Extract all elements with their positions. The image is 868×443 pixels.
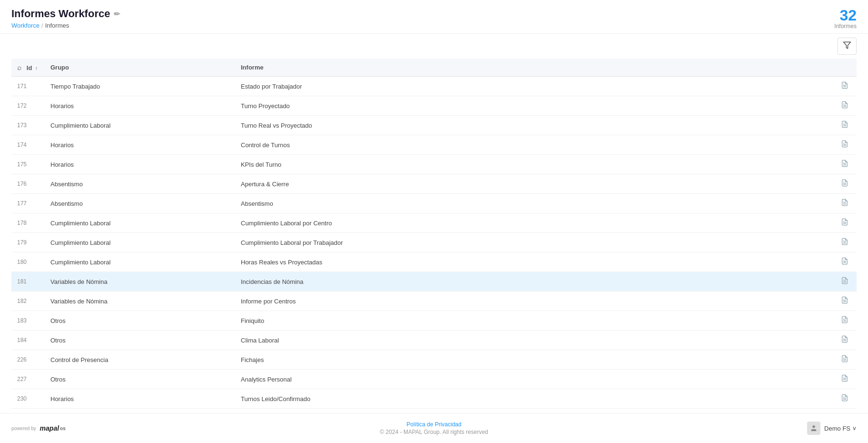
- cell-action[interactable]: [833, 252, 857, 272]
- table-row[interactable]: 175 Horarios KPIs del Turno: [11, 155, 857, 174]
- cell-action[interactable]: [833, 116, 857, 135]
- cell-id: 171: [11, 77, 45, 96]
- avatar: [807, 422, 820, 435]
- breadcrumb-parent-link[interactable]: Workforce: [11, 22, 39, 29]
- cell-id: 181: [11, 272, 45, 292]
- cell-action[interactable]: [833, 370, 857, 389]
- cell-informe: Clima Laboral: [235, 331, 833, 350]
- cell-action[interactable]: [833, 331, 857, 350]
- cell-action[interactable]: [833, 77, 857, 96]
- header-right: 32 Informes: [834, 8, 857, 30]
- cell-grupo: Otros: [45, 331, 235, 350]
- table-row[interactable]: 180 Cumplimiento Laboral Horas Reales vs…: [11, 252, 857, 272]
- cell-id: 174: [11, 135, 45, 155]
- table-row[interactable]: 172 Horarios Turno Proyectado: [11, 96, 857, 116]
- document-icon[interactable]: [841, 336, 848, 344]
- table-row[interactable]: 226 Control de Presencia Fichajes: [11, 350, 857, 370]
- privacy-link[interactable]: Política de Privacidad: [380, 421, 488, 428]
- document-icon[interactable]: [841, 375, 848, 383]
- table-row[interactable]: 179 Cumplimiento Laboral Cumplimiento La…: [11, 233, 857, 252]
- table-row[interactable]: 183 Otros Finiquito: [11, 311, 857, 331]
- document-icon[interactable]: [841, 219, 848, 227]
- table-row[interactable]: 184 Otros Clima Laboral: [11, 331, 857, 350]
- document-icon[interactable]: [841, 258, 848, 266]
- cell-action[interactable]: [833, 292, 857, 311]
- cell-action[interactable]: [833, 233, 857, 252]
- cell-informe: Apertura & Cierre: [235, 174, 833, 194]
- col-header-search: ⌕ Id ↑: [11, 59, 45, 77]
- cell-action[interactable]: [833, 194, 857, 213]
- document-icon[interactable]: [841, 102, 848, 110]
- cell-informe: Fichajes: [235, 350, 833, 370]
- table-container: ⌕ Id ↑ Grupo Informe 171 Tiempo Trabajad…: [0, 59, 868, 413]
- cell-id: 183: [11, 311, 45, 331]
- table-row[interactable]: 230 Horarios Turnos Leido/Confirmado: [11, 389, 857, 409]
- cell-informe: Cumplimiento Laboral por Centro: [235, 213, 833, 233]
- breadcrumb-separator: /: [41, 22, 43, 29]
- cell-informe: Control de Turnos: [235, 135, 833, 155]
- breadcrumb: Workforce / Informes: [11, 22, 120, 29]
- page-title: Informes Workforce ✏: [11, 8, 120, 20]
- cell-grupo: Cumplimiento Laboral: [45, 213, 235, 233]
- cell-action[interactable]: [833, 350, 857, 370]
- document-icon[interactable]: [841, 239, 848, 247]
- table-row[interactable]: 171 Tiempo Trabajado Estado por Trabajad…: [11, 77, 857, 96]
- cell-grupo: Variables de Nómina: [45, 272, 235, 292]
- document-icon[interactable]: [841, 121, 848, 130]
- cell-id: 176: [11, 174, 45, 194]
- demo-label[interactable]: Demo FS ∨: [824, 425, 857, 432]
- edit-icon[interactable]: ✏: [114, 10, 120, 19]
- table-body: 171 Tiempo Trabajado Estado por Trabajad…: [11, 77, 857, 409]
- cell-id: 226: [11, 350, 45, 370]
- col-header-grupo[interactable]: Grupo: [45, 59, 235, 77]
- cell-id: 177: [11, 194, 45, 213]
- cell-action[interactable]: [833, 272, 857, 292]
- cell-grupo: Variables de Nómina: [45, 292, 235, 311]
- cell-action[interactable]: [833, 155, 857, 174]
- mapal-logo: powered by mapalos: [11, 424, 66, 432]
- document-icon[interactable]: [841, 317, 848, 325]
- document-icon[interactable]: [841, 82, 848, 91]
- cell-informe: Horas Reales vs Proyectadas: [235, 252, 833, 272]
- document-icon[interactable]: [841, 356, 848, 364]
- svg-marker-0: [844, 42, 851, 49]
- cell-action[interactable]: [833, 311, 857, 331]
- cell-id: 175: [11, 155, 45, 174]
- table-row[interactable]: 173 Cumplimiento Laboral Turno Real vs P…: [11, 116, 857, 135]
- cell-action[interactable]: [833, 96, 857, 116]
- col-id-label[interactable]: Id: [27, 64, 32, 71]
- table-row[interactable]: 181 Variables de Nómina Incidencias de N…: [11, 272, 857, 292]
- document-icon[interactable]: [841, 161, 848, 169]
- cell-action[interactable]: [833, 389, 857, 409]
- table-row[interactable]: 174 Horarios Control de Turnos: [11, 135, 857, 155]
- cell-id: 172: [11, 96, 45, 116]
- powered-by-text: powered by: [11, 426, 36, 431]
- footer-center: Política de Privacidad © 2024 - MAPAL Gr…: [380, 421, 488, 435]
- table-row[interactable]: 177 Absentismo Absentismo: [11, 194, 857, 213]
- document-icon[interactable]: [841, 297, 848, 305]
- filter-button[interactable]: [838, 38, 857, 55]
- cell-id: 178: [11, 213, 45, 233]
- cell-informe: Turnos Leido/Confirmado: [235, 389, 833, 409]
- cell-id: 180: [11, 252, 45, 272]
- table-row[interactable]: 182 Variables de Nómina Informe por Cent…: [11, 292, 857, 311]
- table-row[interactable]: 176 Absentismo Apertura & Cierre: [11, 174, 857, 194]
- cell-action[interactable]: [833, 135, 857, 155]
- cell-action[interactable]: [833, 174, 857, 194]
- col-header-action: [833, 59, 857, 77]
- cell-action[interactable]: [833, 213, 857, 233]
- document-icon[interactable]: [841, 141, 848, 149]
- footer-left: powered by mapalos: [11, 424, 66, 432]
- table-row[interactable]: 227 Otros Analytics Personal: [11, 370, 857, 389]
- cell-id: 179: [11, 233, 45, 252]
- document-icon[interactable]: [841, 200, 848, 208]
- table-row[interactable]: 178 Cumplimiento Laboral Cumplimiento La…: [11, 213, 857, 233]
- cell-grupo: Cumplimiento Laboral: [45, 233, 235, 252]
- document-icon[interactable]: [841, 278, 848, 286]
- search-icon[interactable]: ⌕: [17, 63, 21, 71]
- document-icon[interactable]: [841, 395, 848, 403]
- cell-grupo: Otros: [45, 370, 235, 389]
- cell-informe: Finiquito: [235, 311, 833, 331]
- document-icon[interactable]: [841, 180, 848, 188]
- title-text: Informes Workforce: [11, 8, 110, 20]
